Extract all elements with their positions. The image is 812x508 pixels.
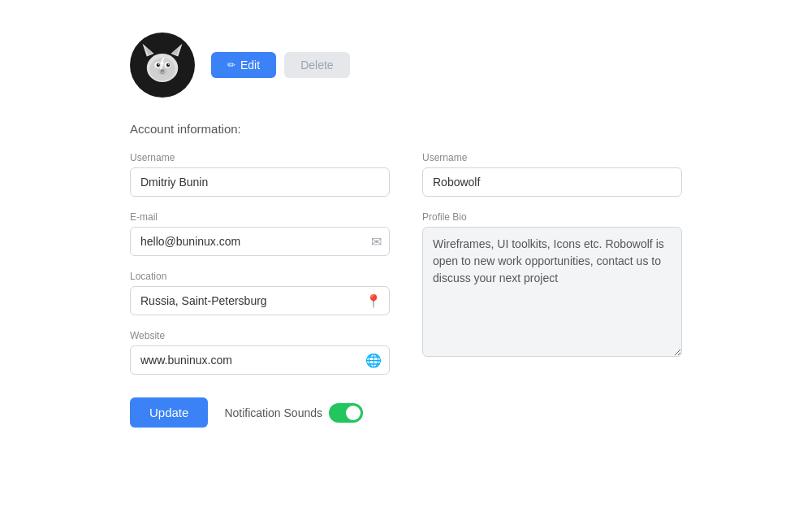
avatar-image — [134, 37, 191, 93]
delete-button[interactable]: Delete — [284, 52, 349, 78]
svg-point-11 — [168, 63, 169, 64]
edit-button-label: Edit — [240, 59, 260, 72]
username-input[interactable] — [422, 167, 682, 197]
update-button-label: Update — [149, 406, 188, 419]
email-input[interactable] — [130, 227, 390, 256]
website-label: Website — [130, 330, 390, 341]
notification-toggle[interactable] — [329, 403, 363, 423]
svg-point-8 — [157, 63, 160, 67]
website-input[interactable] — [130, 345, 390, 375]
email-icon: ✉ — [371, 234, 382, 250]
avatar-buttons: ✏ Edit Delete — [211, 52, 350, 78]
email-input-wrapper: ✉ — [130, 227, 390, 256]
location-label: Location — [130, 271, 390, 282]
edit-button[interactable]: ✏ Edit — [211, 52, 276, 78]
profile-bio-input[interactable]: Wireframes, UI toolkits, Icons etc. Robo… — [422, 227, 682, 357]
svg-point-10 — [158, 63, 159, 64]
svg-point-9 — [166, 63, 170, 67]
avatar-row: ✏ Edit Delete — [130, 33, 682, 98]
full-name-input[interactable] — [130, 167, 390, 197]
globe-icon: 🌐 — [365, 353, 382, 368]
username-group: Username — [422, 152, 682, 197]
left-column: Username E-mail ✉ Location 📍 — [130, 152, 390, 389]
email-label: E-mail — [130, 211, 390, 223]
email-group: E-mail ✉ — [130, 211, 390, 256]
username-label: Username — [422, 152, 682, 163]
update-button[interactable]: Update — [130, 397, 208, 428]
location-input[interactable] — [130, 286, 390, 315]
notification-toggle-wrapper: Notification Sounds — [224, 403, 363, 423]
right-column: Username Profile Bio Wireframes, UI tool… — [422, 152, 682, 389]
section-title: Account information: — [130, 122, 682, 136]
location-input-wrapper: 📍 — [130, 286, 390, 315]
website-input-wrapper: 🌐 — [130, 345, 390, 375]
form-grid: Username E-mail ✉ Location 📍 — [130, 152, 682, 389]
svg-point-13 — [158, 68, 167, 76]
website-group: Website 🌐 — [130, 330, 390, 375]
location-group: Location 📍 — [130, 271, 390, 315]
profile-bio-label: Profile Bio — [422, 211, 682, 223]
bottom-row: Update Notification Sounds — [130, 397, 682, 428]
notification-label: Notification Sounds — [224, 406, 322, 419]
full-name-label: Username — [130, 152, 390, 163]
avatar — [130, 33, 195, 98]
delete-button-label: Delete — [300, 59, 333, 72]
location-icon: 📍 — [365, 293, 382, 309]
profile-bio-group: Profile Bio Wireframes, UI toolkits, Ico… — [422, 211, 682, 357]
pencil-icon: ✏ — [227, 59, 235, 71]
full-name-group: Username — [130, 152, 390, 197]
